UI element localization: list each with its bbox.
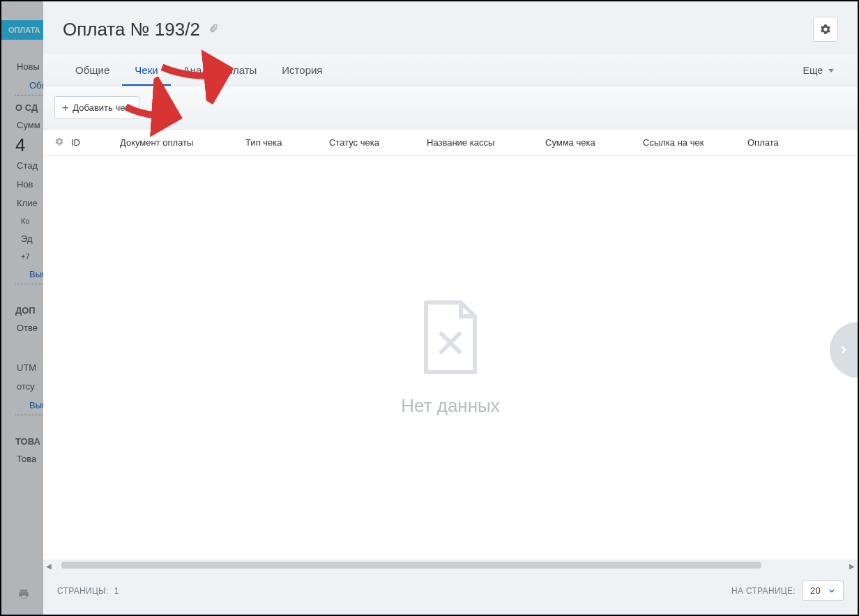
page-title: Оплата № 193/2: [63, 19, 200, 40]
empty-state: Нет данных: [43, 156, 858, 560]
current-page: 1: [114, 586, 119, 596]
chevron-down-icon: [828, 69, 834, 72]
col-status[interactable]: Статус чека: [329, 137, 427, 148]
header: Оплата № 193/2: [43, 1, 858, 54]
tabs: Общие Чеки Анализ оплаты История Еще: [43, 54, 858, 86]
tabs-more-button[interactable]: Еще: [799, 55, 838, 86]
empty-text: Нет данных: [401, 395, 500, 417]
col-document[interactable]: Документ оплаты: [120, 137, 245, 148]
chevron-down-icon: [828, 587, 836, 595]
column-settings-icon[interactable]: [54, 137, 64, 148]
col-cash-register[interactable]: Название кассы: [427, 137, 545, 148]
per-page-select[interactable]: 20: [803, 580, 844, 601]
scroll-thumb[interactable]: [61, 562, 761, 569]
horizontal-scrollbar[interactable]: ◀ ▶: [43, 560, 858, 571]
tabs-more-label: Еще: [803, 65, 823, 76]
per-page-value: 20: [810, 585, 821, 596]
col-link[interactable]: Ссылка на чек: [643, 137, 747, 148]
pagination-footer: СТРАНИЦЫ: 1 НА СТРАНИЦЕ: 20: [43, 571, 858, 615]
attachment-icon[interactable]: [208, 24, 218, 36]
scroll-left-icon[interactable]: ◀: [43, 560, 54, 571]
tab-history[interactable]: История: [269, 54, 335, 86]
toolbar: + Добавить чек: [43, 86, 858, 129]
main-panel: Оплата № 193/2 Общие Чеки Анализ оплаты …: [43, 1, 858, 615]
tab-checks[interactable]: Чеки: [122, 54, 170, 86]
pages-label: СТРАНИЦЫ:: [57, 586, 109, 596]
add-check-label: Добавить чек: [73, 102, 129, 113]
col-id[interactable]: ID: [71, 137, 120, 148]
col-type[interactable]: Тип чека: [245, 137, 329, 148]
plus-icon: +: [62, 103, 68, 113]
no-data-icon: [419, 299, 482, 378]
add-check-button[interactable]: + Добавить чек: [54, 96, 139, 119]
tab-analysis[interactable]: Анализ оплаты: [171, 54, 270, 86]
per-page-label: НА СТРАНИЦЕ:: [731, 586, 796, 596]
col-payment[interactable]: Оплата: [747, 137, 846, 148]
tab-general[interactable]: Общие: [63, 54, 122, 86]
settings-button[interactable]: [813, 17, 838, 42]
scroll-right-icon[interactable]: ▶: [846, 560, 858, 571]
chevron-right-icon: [837, 344, 850, 356]
col-sum[interactable]: Сумма чека: [545, 137, 643, 148]
table-header: ID Документ оплаты Тип чека Статус чека …: [43, 129, 858, 156]
